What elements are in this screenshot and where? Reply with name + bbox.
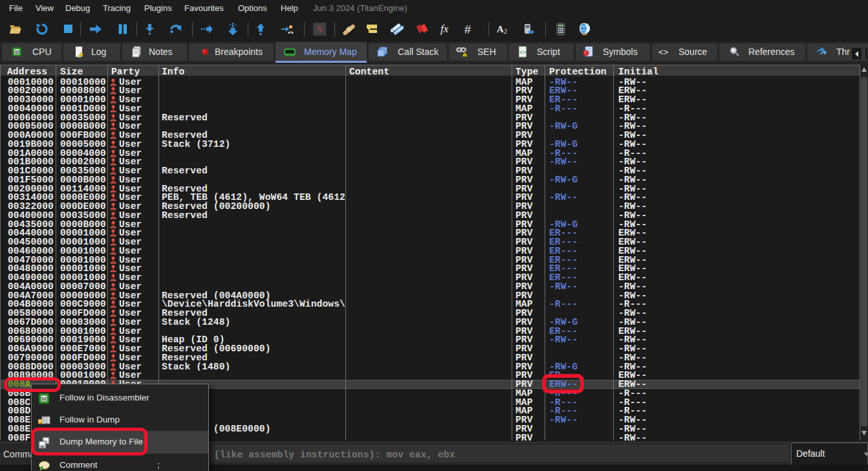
svg-text:fx: fx <box>440 23 449 35</box>
svg-text:#: # <box>464 23 471 36</box>
svg-text:A: A <box>497 24 504 34</box>
svg-text:<>: <> <box>658 47 668 57</box>
svg-text:<>: <> <box>519 49 526 56</box>
svg-text:32: 32 <box>41 397 47 401</box>
svg-text:2: 2 <box>504 28 507 35</box>
svg-text:!: ! <box>464 52 466 56</box>
svg-text:32: 32 <box>14 50 19 54</box>
svg-text:S: S <box>317 25 322 34</box>
